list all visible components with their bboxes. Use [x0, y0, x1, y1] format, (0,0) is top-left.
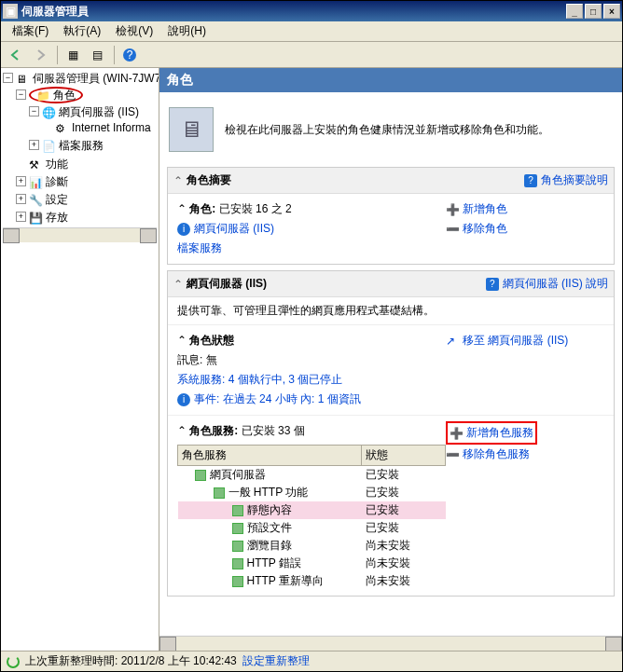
refresh-label: 上次重新整理時間: [25, 653, 118, 669]
tree-features[interactable]: ⚒功能 [16, 156, 157, 173]
page-description: 檢視在此伺服器上安裝的角色健康情況並新增或移除角色和功能。 [225, 122, 549, 138]
msg-label: 訊息: [177, 353, 202, 366]
forward-button[interactable] [29, 45, 51, 65]
refresh-time: 2011/2/8 上午 10:42:43 [121, 653, 237, 669]
menu-file[interactable]: 檔案(F) [5, 21, 56, 41]
service-icon [232, 576, 243, 587]
server-icon: 🖥 [16, 73, 31, 86]
service-icon [195, 470, 206, 481]
minimize-button[interactable]: _ [566, 4, 583, 19]
close-button[interactable]: × [603, 4, 620, 19]
tree-diag[interactable]: +📊診斷 [16, 173, 157, 191]
statusbar: 上次重新整理時間: 2011/2/8 上午 10:42:43 設定重新整理 [1, 651, 622, 671]
table-row[interactable]: HTTP 重新導向尚未安裝 [178, 572, 446, 590]
roles-icon: 📁 [36, 89, 51, 103]
set-refresh-link[interactable]: 設定重新整理 [242, 651, 310, 671]
help-button[interactable]: ? [118, 45, 141, 65]
collapse-icon[interactable]: ⌃ [173, 174, 187, 187]
remove-role-link[interactable]: ➖移除角色 [446, 219, 604, 239]
add-role-service-link[interactable]: ➕新增角色服務 [450, 423, 533, 443]
toolbar: ▦ ▤ ? [1, 42, 622, 68]
collapse-icon[interactable]: ⌃ [177, 334, 187, 347]
remove-icon: ➖ [446, 448, 461, 461]
table-row[interactable]: 預設文件已安裝 [178, 519, 446, 537]
col-name[interactable]: 角色服務 [178, 446, 362, 466]
add-role-link[interactable]: ➕新增角色 [446, 199, 604, 219]
tree-fileservice[interactable]: + 📄檔案服務 [29, 137, 157, 155]
menu-exec[interactable]: 執行(A) [56, 21, 108, 41]
service-icon [232, 558, 243, 569]
help-icon: ? [524, 174, 537, 187]
maximize-button[interactable]: □ [585, 4, 602, 19]
tree-roles[interactable]: − 📁角色 − 🌐網頁伺服器 (IIS) ⚙Internet Informa +… [16, 87, 157, 156]
collapse-icon[interactable]: − [3, 73, 13, 83]
tree-root[interactable]: − 🖥伺服器管理員 (WIN-7JW7 − 📁角色 − 🌐網頁伺服器 (IIS)… [3, 70, 157, 227]
tree-storage[interactable]: +💾存放 [16, 209, 157, 226]
info-icon: i [177, 393, 190, 406]
collapse-icon[interactable]: ⌃ [177, 424, 187, 437]
back-button[interactable] [5, 45, 27, 65]
summary-help-link[interactable]: 角色摘要說明 [541, 171, 608, 190]
menu-view[interactable]: 檢視(V) [108, 21, 160, 41]
refresh-icon [7, 655, 20, 668]
collapse-icon[interactable]: − [29, 106, 39, 117]
help-icon: ? [486, 278, 499, 291]
tree-scrollbar[interactable] [3, 227, 157, 242]
goto-iis-link[interactable]: ↗移至 網頁伺服器 (IIS) [446, 331, 604, 350]
summary-iis-link[interactable]: 網頁伺服器 (IIS) [194, 220, 274, 237]
add-icon: ➕ [450, 427, 464, 440]
iis-sub-icon: ⚙ [55, 122, 70, 135]
summary-fs-link[interactable]: 檔案服務 [177, 240, 222, 256]
remove-role-service-link[interactable]: ➖移除角色服務 [446, 445, 604, 464]
collapse-icon[interactable]: ⌃ [177, 202, 187, 215]
diag-icon: 📊 [29, 176, 44, 189]
collapse-icon[interactable]: ⌃ [173, 278, 187, 291]
app-icon: ▣ [3, 4, 18, 19]
collapse-icon[interactable]: − [16, 89, 26, 100]
sys-services-link[interactable]: 系統服務: 4 個執行中, 3 個已停止 [177, 371, 342, 388]
iis-title: 網頁伺服器 (IIS) [187, 276, 486, 292]
roles-large-icon: 🖥 [169, 107, 214, 152]
toolbar-button-1[interactable]: ▦ [62, 45, 84, 65]
iis-help-link[interactable]: 網頁伺服器 (IIS) 說明 [503, 274, 608, 294]
table-row[interactable]: HTTP 錯誤尚未安裝 [178, 555, 446, 572]
tree-iis[interactable]: − 🌐網頁伺服器 (IIS) ⚙Internet Informa [29, 103, 157, 137]
info-icon: i [177, 223, 190, 236]
menubar: 檔案(F) 執行(A) 檢視(V) 說明(H) [1, 21, 622, 42]
tree-iis-sub[interactable]: ⚙Internet Informa [42, 120, 157, 136]
service-icon [232, 523, 243, 534]
toolbar-button-2[interactable]: ▤ [86, 45, 108, 65]
add-icon: ➕ [446, 203, 461, 216]
col-status[interactable]: 狀態 [362, 446, 446, 466]
service-icon [232, 541, 243, 552]
iis-icon: 🌐 [42, 106, 57, 119]
service-icon [214, 487, 225, 499]
storage-icon: 💾 [29, 212, 44, 225]
fileservice-icon: 📄 [42, 140, 57, 153]
expand-icon[interactable]: + [16, 212, 26, 222]
expand-icon[interactable]: + [29, 140, 39, 150]
service-icon [232, 505, 243, 516]
role-services-table: 角色服務 狀態 網頁伺服器已安裝一般 HTTP 功能已安裝靜態內容已安裝預設文件… [177, 445, 446, 590]
content-scrollbar[interactable] [159, 636, 622, 651]
page-title: 角色 [159, 68, 622, 92]
expand-icon[interactable]: + [16, 176, 26, 186]
installed-label: 角色: [189, 202, 215, 215]
tree-config[interactable]: +🔧設定 [16, 191, 157, 209]
msg-value: 無 [206, 353, 217, 366]
iis-section: ⌃ 網頁伺服器 (IIS) ? 網頁伺服器 (IIS) 說明 提供可靠、可管理且… [167, 270, 615, 597]
events-link[interactable]: 事件: 在過去 24 小時 內: 1 個資訊 [194, 391, 361, 407]
config-icon: 🔧 [29, 194, 44, 207]
content-pane: 角色 🖥 檢視在此伺服器上安裝的角色健康情況並新增或移除角色和功能。 ⌃ 角色摘… [159, 68, 622, 651]
nav-tree[interactable]: − 🖥伺服器管理員 (WIN-7JW7 − 📁角色 − 🌐網頁伺服器 (IIS)… [1, 68, 159, 651]
installed-value: 已安裝 16 之 2 [219, 202, 292, 215]
table-row[interactable]: 瀏覽目錄尚未安裝 [178, 537, 446, 555]
menu-help[interactable]: 說明(H) [160, 21, 214, 41]
features-icon: ⚒ [29, 158, 44, 171]
remove-icon: ➖ [446, 223, 461, 236]
table-row[interactable]: 一般 HTTP 功能已安裝 [178, 484, 446, 501]
rs-value: 已安裝 33 個 [242, 424, 305, 437]
expand-icon[interactable]: + [16, 194, 26, 204]
table-row[interactable]: 靜態內容已安裝 [178, 501, 446, 519]
table-row[interactable]: 網頁伺服器已安裝 [178, 466, 446, 485]
